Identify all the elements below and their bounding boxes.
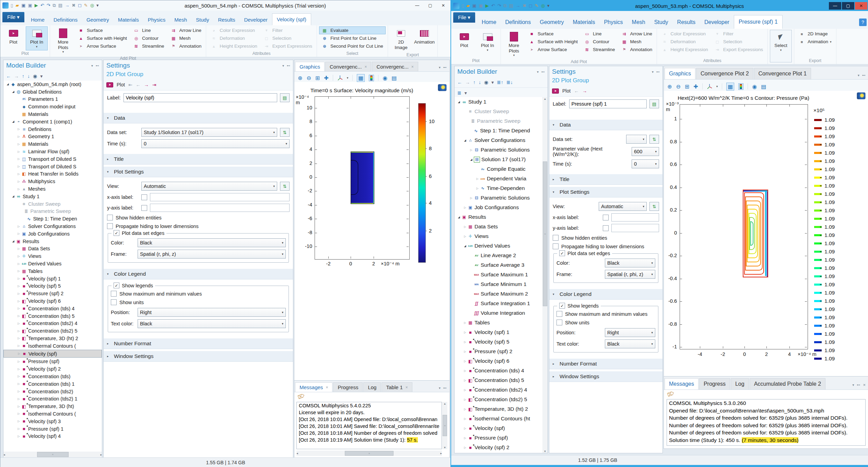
go-last-button[interactable]: ⇥ — [152, 82, 156, 87]
save-as-icon[interactable]: ▣ — [479, 3, 483, 9]
select-box-icon[interactable]: ◻ — [529, 3, 532, 9]
titlebar[interactable]: ▯▰▣▣▶↶↷⧉▤→✖◻✎◎▾ aspen_500um_53.mph - COM… — [451, 1, 868, 11]
tree-item-concentration-tds2-1[interactable]: ▷■✱Concentration (tds2) 1 — [3, 395, 102, 403]
collapse-all-icon[interactable]: ≣↑ — [497, 80, 503, 85]
tree-item-temperature-3d-ht[interactable]: ▷◧✱Temperature, 3D (ht) — [3, 403, 102, 410]
go-prev-button[interactable]: ← — [574, 88, 579, 94]
expand-arrow-icon[interactable]: ▷ — [463, 360, 467, 363]
maximize-button[interactable]: ▢ — [842, 2, 854, 10]
panel-menu-icon[interactable]: ▾ — [439, 65, 441, 69]
tree-item-velocity-spf-1[interactable]: ▷■✱Velocity (spf) 1 — [3, 275, 102, 283]
tree-item-data-sets[interactable]: ▷▦Data Sets — [3, 245, 102, 253]
show-eye-icon[interactable]: ◉ — [33, 73, 37, 79]
clear-messages-icon[interactable]: ⌦ — [667, 390, 675, 398]
zoom-out-icon[interactable]: ⊖ — [306, 75, 311, 81]
expand-arrow-icon[interactable]: ▷ — [463, 340, 467, 344]
tree-item-velocity-spf-2[interactable]: ▷■✱Velocity (spf) 2 — [3, 365, 102, 373]
expand-arrow-icon[interactable]: ▷ — [16, 420, 21, 423]
tree-item-concentration-tds2-5[interactable]: ▷◧✱Concentration (tds2) 5 — [455, 395, 542, 404]
frame-select[interactable]: Spatial (r, phi, z)▾ — [138, 250, 286, 259]
tab-results[interactable]: Results — [213, 14, 239, 25]
tab-materials[interactable]: Materials — [568, 16, 600, 29]
tree-item-surface-average-3[interactable]: AVSurface Average 3 — [455, 260, 542, 270]
x-axis-label-checkbox[interactable] — [603, 215, 609, 220]
tree-item-volume-integration[interactable]: ∭Volume Integration — [455, 308, 542, 318]
tree-item-definitions[interactable]: ▷≡Definitions — [3, 125, 102, 133]
grid-toggle-icon[interactable]: ▦ — [726, 83, 734, 91]
expand-arrow-icon[interactable]: ▷ — [16, 397, 21, 400]
tree-item-step-1-time-depen[interactable]: ∿Step 1: Time Depen — [3, 215, 102, 223]
tree-item-concentration-tds-5[interactable]: ▷◧✱Concentration (tds) 5 — [455, 375, 542, 385]
plot-data-set-edges-checkbox[interactable]: ✓ — [559, 250, 565, 256]
section-color-legend[interactable]: ▾Color Legend — [549, 289, 662, 300]
tree-hscrollbar[interactable]: ◂≡▸ — [3, 452, 102, 457]
close-panel-icon[interactable]: × — [863, 382, 866, 387]
tree-item-pressure-spf[interactable]: ▷■✱Pressure (spf) — [455, 433, 542, 443]
tree-item-laminar-flow-spf[interactable]: ▷≈Laminar Flow (spf) — [3, 148, 102, 155]
tree-item-temperature-3d-ht-2[interactable]: ▷◧✱Temperature, 3D (ht) 2 — [3, 335, 102, 342]
tab-log[interactable]: Log — [731, 378, 749, 390]
move-right-icon[interactable]: → — [65, 3, 69, 8]
y-axis-label-checkbox[interactable] — [141, 205, 147, 211]
rename-note-button[interactable]: ▤ — [649, 99, 659, 108]
caret-icon[interactable]: ▾ — [491, 80, 494, 85]
print-icon[interactable]: ▤ — [391, 75, 397, 81]
tree-item-tables[interactable]: ▷▦Tables — [3, 267, 102, 275]
undo-icon[interactable]: ↶ — [491, 3, 495, 9]
expand-arrow-icon[interactable]: ▷ — [463, 436, 467, 440]
expand-arrow-icon[interactable]: ▷ — [16, 270, 21, 273]
tree-item-pressure-spf-2[interactable]: ▷■✱Pressure (spf) 2 — [3, 290, 102, 297]
tree-item-materials[interactable]: ▦Materials — [3, 110, 102, 118]
save-icon[interactable]: ▣ — [472, 3, 476, 9]
expand-arrow-icon[interactable]: ▷ — [16, 277, 21, 280]
report-icon[interactable]: ◎ — [90, 3, 94, 8]
pin-icon[interactable]: ⊷ — [656, 70, 660, 74]
expand-arrow-icon[interactable]: ▷ — [16, 292, 21, 295]
tab-table-1[interactable]: Table 1× — [382, 382, 412, 392]
tree-item-velocity-spf-6[interactable]: ▷◧✱Velocity (spf) 6 — [3, 297, 102, 305]
expand-arrow-icon[interactable]: ▷ — [463, 206, 467, 209]
expand-arrow-icon[interactable]: ▷ — [463, 408, 467, 411]
expand-arrow-icon[interactable]: ▷ — [16, 427, 21, 430]
tree-item-velocity-spf-6[interactable]: ▷◧✱Velocity (spf) 6 — [455, 356, 542, 366]
tree-item-concentration-tds2-4[interactable]: ▷■✱Concentration (tds2) 4 — [3, 320, 102, 327]
tree-item-dependent-varia[interactable]: ▷uvwDependent Varia — [455, 174, 542, 183]
tab-physics[interactable]: Physics — [599, 16, 627, 29]
tree-item-component-1-comp1[interactable]: ◢◓Component 1 (comp1) — [3, 118, 102, 125]
paste-icon[interactable]: ▤ — [58, 3, 62, 8]
tree-item-step-1-time-depend[interactable]: ∿Step 1: Time Depend — [455, 126, 542, 135]
expand-arrow-icon[interactable]: ▷ — [463, 321, 467, 324]
list-view-icon[interactable]: ≣ — [457, 90, 461, 96]
paste-icon[interactable]: ▤ — [509, 3, 513, 9]
streamline-button[interactable]: ≋Streamline — [131, 42, 167, 50]
collapse-arrow-icon[interactable]: ◢ — [11, 90, 15, 93]
nav-back-icon[interactable]: ← — [457, 80, 462, 85]
axis-orientation-icon[interactable] — [707, 84, 712, 89]
tree-item-velocity-spf-3[interactable]: ▷■✱Velocity (spf) 3 — [3, 418, 102, 425]
tree-item-results[interactable]: ◢▣Results — [455, 212, 542, 222]
pin-icon[interactable]: ⊷ — [541, 70, 545, 74]
tree-item-parameters-1[interactable]: PiParameters 1 — [3, 96, 102, 103]
tab-definitions[interactable]: Definitions — [501, 16, 536, 29]
panel-menu-icon[interactable]: ▾ — [537, 70, 539, 74]
expand-arrow-icon[interactable]: ▷ — [16, 150, 21, 153]
propagate-hiding-to-lower-dimensions-checkbox[interactable] — [107, 223, 113, 229]
tree-item-parametric-sweep[interactable]: ≣Parametric Sweep — [455, 116, 542, 126]
plot-in-button[interactable]: Plot In ▾ — [477, 30, 498, 58]
tab-convergence-plot-1[interactable]: Convergence Plot 1 — [754, 68, 811, 79]
tab-home[interactable]: Home — [477, 16, 501, 29]
tab-messages[interactable]: Messages× — [295, 382, 332, 392]
tab-convergenc[interactable]: Convergenc...× — [372, 62, 418, 71]
run-icon[interactable]: ▶ — [485, 3, 489, 9]
expand-arrow-icon[interactable]: ▷ — [16, 157, 21, 160]
tree-item-pressure-spf[interactable]: ▷■✱Pressure (spf) — [3, 358, 102, 365]
refresh-solution-button[interactable]: ⇅ — [649, 135, 659, 144]
tree-item-pressure-spf-2[interactable]: ▷■✱Pressure (spf) 2 — [455, 347, 542, 356]
tab-geometry[interactable]: Geometry — [82, 14, 114, 25]
undo-icon[interactable]: ↶ — [40, 3, 44, 8]
refresh-solution-button[interactable]: ⇅ — [280, 128, 290, 137]
section-window-settings[interactable]: ▸Window Settings — [549, 371, 662, 382]
view-select[interactable]: Automatic▾ — [599, 202, 647, 211]
2d-image-button[interactable]: 2D Image — [390, 26, 412, 52]
new-file-icon[interactable]: ▯ — [461, 3, 464, 9]
